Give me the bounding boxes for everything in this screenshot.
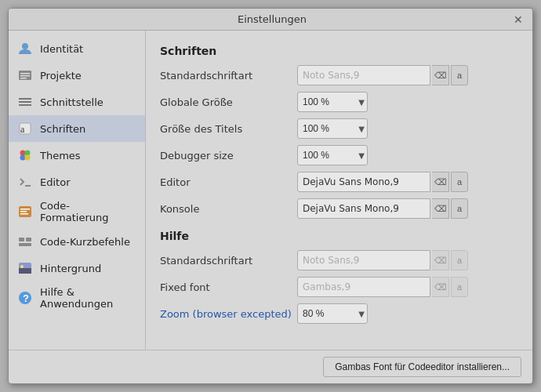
font-clear-btn-editor[interactable]: ⌫ [432,172,449,192]
sidebar-item-label: Editor [40,176,70,188]
sidebar-item-label: Themes [40,150,81,162]
font-select-btn-konsole[interactable]: a [451,198,468,219]
close-button[interactable]: ✕ [512,13,525,26]
label-hilfe-standardschriftart: Standardschriftart [160,255,297,267]
row-hilfe-standardschriftart: Standardschriftart Noto Sans,9 ⌫ a [160,250,518,270]
svg-rect-4 [20,78,27,79]
row-zoom: Zoom (browser excepted) 80 % 100 % 120 %… [160,303,518,324]
select-wrapper-debugger: 100 % 80 % 120 % ▼ [297,145,368,165]
sidebar-item-schriften[interactable]: a Schriften [9,115,145,142]
svg-rect-6 [19,101,31,103]
svg-rect-5 [19,98,31,100]
font-field-fixed: Gambas,9 [297,277,430,297]
font-clear-btn-standard[interactable]: ⌫ [432,65,449,85]
font-select-btn-fixed[interactable]: a [451,277,468,297]
section-schriften-heading: Schriften [160,45,518,57]
dialog-body: Identität Projekte Schnittstelle a [9,31,532,350]
sidebar: Identität Projekte Schnittstelle a [9,31,146,350]
codeformat-icon [16,203,34,220]
label-editor: Editor [160,176,297,188]
sidebar-item-label: Schriften [40,123,85,135]
sidebar-item-editor[interactable]: Editor [9,169,145,195]
sidebar-item-label: Hintergrund [40,263,101,274]
svg-text:a: a [20,124,25,135]
select-zoom[interactable]: 80 % 100 % 120 % [297,303,368,324]
themes-icon [16,147,34,164]
svg-rect-21 [19,243,31,246]
sidebar-item-themes[interactable]: Themes [9,142,145,169]
sidebar-item-label: Code-Kurzbefehle [40,236,130,248]
font-clear-btn-fixed[interactable]: ⌫ [432,277,449,297]
dialog-title: Einstellungen [32,13,512,25]
font-field-standard: Noto Sans,9 [297,65,430,85]
svg-rect-18 [20,213,28,215]
font-icon: a [16,120,34,137]
install-font-button[interactable]: Gambas Font für Codeeditor installieren.… [323,357,521,377]
svg-point-0 [22,43,28,49]
sidebar-item-label: Hilfe & Anwendungen [40,286,137,310]
svg-rect-19 [19,238,24,241]
font-group-hilfe-standard: Noto Sans,9 ⌫ a [297,250,468,270]
sidebar-item-schnittstelle[interactable]: Schnittstelle [9,89,145,115]
svg-text:?: ? [23,292,29,304]
editor-icon [16,173,34,191]
sidebar-item-label: Code-Formatierung [40,200,137,223]
row-editor: Editor DejaVu Sans Mono,9 ⌫ a [160,172,518,192]
font-select-btn-hilfe-standard[interactable]: a [451,250,468,270]
svg-point-11 [25,151,31,156]
sidebar-item-hilfe[interactable]: ? Hilfe & Anwendungen [9,281,145,314]
row-konsole: Konsole DejaVu Sans Mono,9 ⌫ a [160,198,518,219]
row-fixed-font: Fixed font Gambas,9 ⌫ a [160,277,518,297]
svg-point-10 [20,151,26,156]
label-debugger-size: Debugger size [160,150,297,162]
font-select-btn-editor[interactable]: a [451,172,468,192]
label-konsole: Konsole [160,203,297,215]
label-fixed-font: Fixed font [160,281,297,293]
help-icon: ? [16,289,34,307]
shortcuts-icon [16,233,34,250]
settings-dialog: Einstellungen ✕ Identität Projekte [8,8,533,384]
svg-rect-2 [20,73,30,74]
section-hilfe-heading: Hilfe [160,230,518,242]
select-debugger-size[interactable]: 100 % 80 % 120 % [297,145,368,165]
font-field-editor: DejaVu Sans Mono,9 [297,172,430,192]
sidebar-item-hintergrund[interactable]: Hintergrund [9,255,145,281]
svg-rect-3 [20,75,30,77]
font-group-editor: DejaVu Sans Mono,9 ⌫ a [297,172,468,192]
select-globale-groesse[interactable]: 100 % 80 % 120 % [297,92,368,112]
row-globale-groesse: Globale Größe 100 % 80 % 120 % ▼ [160,92,518,112]
font-group-standard: Noto Sans,9 ⌫ a [297,65,468,85]
select-wrapper-zoom: 80 % 100 % 120 % ▼ [297,303,368,324]
font-clear-btn-konsole[interactable]: ⌫ [432,198,449,219]
background-icon [16,260,34,277]
sidebar-item-code-kurzbefehle[interactable]: Code-Kurzbefehle [9,228,145,255]
label-groesse-des-titels: Größe des Titels [160,123,297,135]
sidebar-item-code-formatierung[interactable]: Code-Formatierung [9,195,145,228]
titlebar: Einstellungen ✕ [9,9,532,31]
sidebar-item-label: Projekte [40,70,82,82]
font-group-konsole: DejaVu Sans Mono,9 ⌫ a [297,198,468,219]
svg-point-24 [20,265,24,268]
svg-rect-20 [26,238,31,241]
sidebar-item-identitaet[interactable]: Identität [9,35,145,62]
main-content: Schriften Standardschriftart Noto Sans,9… [146,31,532,350]
select-wrapper-globale: 100 % 80 % 120 % ▼ [297,92,368,112]
interface-icon [16,93,34,111]
svg-rect-7 [19,104,31,106]
sidebar-item-projekte[interactable]: Projekte [9,62,145,89]
svg-rect-23 [19,268,31,274]
user-icon [16,40,34,57]
font-group-fixed: Gambas,9 ⌫ a [297,277,468,297]
projects-icon [16,67,34,84]
row-groesse-des-titels: Größe des Titels 100 % 80 % 120 % ▼ [160,118,518,139]
font-clear-btn-hilfe-standard[interactable]: ⌫ [432,250,449,270]
row-debugger-size: Debugger size 100 % 80 % 120 % ▼ [160,145,518,165]
svg-rect-17 [20,211,27,212]
select-wrapper-titels: 100 % 80 % 120 % ▼ [297,118,368,139]
select-groesse-titels[interactable]: 100 % 80 % 120 % [297,118,368,139]
sidebar-item-label: Identität [40,43,83,55]
svg-point-12 [20,155,26,161]
bottom-bar: Gambas Font für Codeeditor installieren.… [9,350,532,383]
font-select-btn-standard[interactable]: a [451,65,468,85]
font-field-konsole: DejaVu Sans Mono,9 [297,198,430,219]
